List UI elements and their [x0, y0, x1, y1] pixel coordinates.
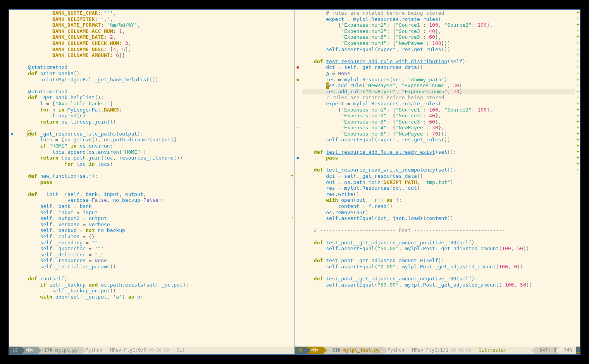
code-line[interactable]: def test_post__get_adjusted_amount_posit…	[302, 240, 575, 246]
code-line[interactable]: def _get_resources_file_paths(output):	[16, 131, 289, 137]
code-line[interactable]: dct = self._get_resources_data()	[302, 64, 575, 70]
code-line[interactable]: def __init__(self, bank, input, output,	[16, 191, 289, 197]
code-line[interactable]: self._input = input	[16, 209, 289, 216]
code-line[interactable]: self.assertEqual(dct, json.loads(content…	[302, 215, 575, 221]
code-line[interactable]: expect = mylpl.Resources.rotate_rules(	[302, 16, 575, 22]
code-line[interactable]: self._delimiter = ","	[16, 252, 289, 258]
code-line[interactable]	[302, 161, 575, 167]
code-line[interactable]	[302, 270, 575, 276]
minimap-scrollbar[interactable]	[576, 347, 580, 354]
code-line[interactable]	[302, 221, 575, 228]
code-line[interactable]: BANK_COLNAME_ACC_NUM: 1,	[16, 28, 289, 34]
code-line[interactable]: "Expenses:num3": {"Source3": 60},	[302, 34, 575, 40]
code-line[interactable]	[302, 252, 575, 258]
code-line[interactable]: self.assertEqual(expect, res.get_rules()…	[302, 46, 575, 53]
code-line[interactable]	[16, 82, 289, 89]
code-line[interactable]: "Expenses:num5": {"NewPayee": 70}})	[302, 131, 575, 137]
code-line[interactable]	[302, 52, 575, 58]
right-code-area[interactable]: # rules are rotated before being stored …	[302, 10, 575, 347]
code-line[interactable]: def _get_bank_helplist():	[16, 94, 289, 101]
code-line[interactable]	[16, 185, 289, 191]
code-line[interactable]: out = os.path.join(SCRIPT_PATH, "tmp.txt…	[302, 179, 575, 185]
code-line[interactable]: self._backup = not no_backup	[16, 227, 289, 234]
code-line[interactable]: content = f.read()	[302, 203, 575, 209]
code-line[interactable]: self.assertEqual("0.00", mylpl.Post._get…	[302, 264, 575, 270]
code-line[interactable]: pass	[302, 155, 575, 161]
code-line[interactable]: BANK_COLNAME_CHECK_NUM: 3,	[16, 40, 289, 46]
code-line[interactable]: dct = self._get_resources_data()	[302, 173, 575, 179]
code-line[interactable]: self._columns = {}	[16, 234, 289, 240]
code-line[interactable]: with open(out, 'r') as f:	[302, 197, 575, 203]
code-line[interactable]: self._output2 = output	[16, 215, 289, 221]
code-line[interactable]	[16, 125, 289, 131]
code-line[interactable]: self._verbose = verbose	[16, 221, 289, 228]
code-line[interactable]: os.remove(out)	[302, 209, 575, 216]
right-pane[interactable]: ●●-● # rules are rotated before being st…	[295, 10, 580, 347]
left-pane[interactable]: ● BANK_QUOTE_CHAR: '"', BANK_DELIMITER: …	[9, 10, 295, 347]
code-line[interactable]: BANK_COLNAME_AMOUNT: 6}}	[16, 52, 289, 58]
code-line[interactable]: locs.append(os.environ["HOME"])	[16, 149, 289, 155]
code-line[interactable]: "Expenses:num2": {"Source3": 40},	[302, 113, 575, 119]
code-line[interactable]: res.add_rule("NewPayee", "Expenses:num5"…	[302, 89, 575, 95]
code-line[interactable]: "Expenses:num4": {"NewPayee": 100}})	[302, 40, 575, 46]
code-line[interactable]: def run(self):	[16, 276, 289, 282]
code-line[interactable]: BANK_QUOTE_CHAR: '"',	[16, 10, 289, 16]
code-line[interactable]: def test_resource_read_write_idempotency…	[302, 167, 575, 173]
code-line[interactable]	[16, 58, 289, 65]
code-line[interactable]: def test_resource_add_rule_with_distribu…	[302, 58, 575, 65]
code-line[interactable]	[302, 143, 575, 149]
code-line[interactable]: def test_post__get_adjusted_amount_negat…	[302, 276, 575, 282]
code-line[interactable]	[16, 270, 289, 276]
code-line[interactable]: BANK_COLNAME_DESC: [4, 5],	[16, 46, 289, 53]
code-line[interactable]: for loc in locs]	[16, 161, 289, 167]
code-line[interactable]: print(MyLedgerPal._get_bank_helplist())	[16, 77, 289, 83]
code-line[interactable]: @staticmethod	[16, 89, 289, 95]
code-line[interactable]: if "HOME" in os.environ:	[16, 143, 289, 149]
code-line[interactable]: BANK_COLNAME_DATE: 2,	[16, 34, 289, 40]
code-line[interactable]: verbose=False, no_backup=False):	[16, 197, 289, 203]
code-line[interactable]: res.add_rule("NewPayee", "Expenses:num4"…	[302, 82, 575, 89]
code-line[interactable]: {"Expenses:num1": {"Source1": 100, "Sour…	[302, 22, 575, 28]
code-line[interactable]: if self._backup and os.path.exists(self.…	[16, 282, 289, 288]
code-line[interactable]: @staticmethod	[16, 64, 289, 70]
code-line[interactable]: res = mylpl.Resources(dct, out)	[302, 185, 575, 191]
code-line[interactable]: expect = mylpl.Resources.rotate_rules(	[302, 101, 575, 107]
code-line[interactable]: # rules are rotated before being stored	[302, 94, 575, 101]
code-line[interactable]: def new_function(self):	[16, 173, 289, 179]
code-line[interactable]: self._resources = None	[16, 258, 289, 264]
code-line[interactable]: l = ["Available banks:"]	[16, 101, 289, 107]
code-line[interactable]: pass	[16, 179, 289, 185]
code-line[interactable]: BANK_DATE_FORMAT: "%m/%d/%Y",	[16, 22, 289, 28]
code-line[interactable]: return [os.path.join(loc, resources_file…	[16, 155, 289, 161]
code-line[interactable]: def test_resource_add_Rule_already_exist…	[302, 149, 575, 155]
code-line[interactable]: self._encoding = ""	[16, 240, 289, 246]
code-line[interactable]	[302, 234, 575, 240]
code-line[interactable]: {"Expenses:num1": {"Source1": 100, "Sour…	[302, 107, 575, 113]
code-line[interactable]: # rules are rotated before being stored	[302, 10, 575, 16]
left-code-area[interactable]: BANK_QUOTE_CHAR: '"', BANK_DELIMITER: ",…	[16, 10, 289, 347]
code-line[interactable]: "Expenses:num4": {"NewPayee": 30},	[302, 125, 575, 131]
code-line[interactable]: res = mylpl.Resources(dct, "dummy_path")	[302, 77, 575, 83]
code-line[interactable]	[16, 167, 289, 173]
code-line[interactable]: self.assertEqual("50.00", mylpl.Post._ge…	[302, 282, 575, 288]
code-line[interactable]: self.assertEqual("50.00", mylpl.Post._ge…	[302, 246, 575, 252]
code-line[interactable]: for n in MyLedgerPal.BANKS:	[16, 107, 289, 113]
code-line[interactable]: def print_banks():	[16, 70, 289, 77]
code-line[interactable]: "Expenses:num2": {"Source3": 40},	[302, 28, 575, 34]
code-line[interactable]: "Expenses:num3": {"Source3": 60},	[302, 119, 575, 125]
code-line[interactable]: return os.linesep.join(l)	[16, 119, 289, 125]
code-line[interactable]: locs = [os.getcwd(), os.path.dirname(out…	[16, 137, 289, 143]
code-line[interactable]: a = None	[302, 70, 575, 77]
code-line[interactable]: l.append(n)	[16, 113, 289, 119]
code-line[interactable]: self._bank = bank	[16, 203, 289, 209]
code-line[interactable]: self._backup_output()	[16, 288, 289, 294]
code-line[interactable]: self._quotechar = '"'	[16, 246, 289, 252]
modeline-right[interactable]: ❷ <N> - 31k mylpl_test.py Python MRev Fl…	[294, 347, 580, 354]
code-line[interactable]: with open(self._output, 'a') as o:	[16, 294, 289, 300]
modeline-left[interactable]: ⓘ <N> - 17k mylpl.py Python MRev FlyC:0/…	[9, 347, 294, 354]
code-line[interactable]: self._initialize_params()	[16, 264, 289, 270]
code-line[interactable]: # ------------------------- Post -------…	[302, 227, 575, 234]
code-line[interactable]: res.write()	[302, 191, 575, 197]
code-line[interactable]: BANK_DELIMITER: ",",	[16, 16, 289, 22]
code-line[interactable]: self.assertEqual(expect, res.get_rules()…	[302, 137, 575, 143]
